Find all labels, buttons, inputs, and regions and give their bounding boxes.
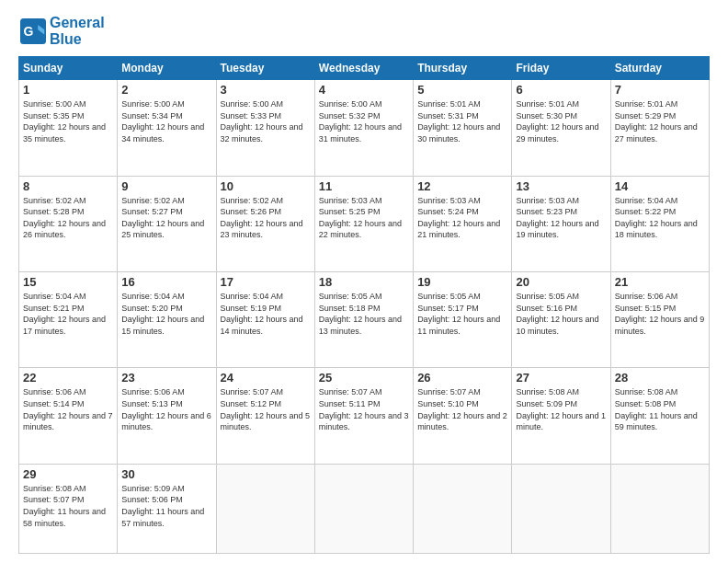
calendar-day-cell: 28Sunrise: 5:08 AMSunset: 5:08 PMDayligh… [610,368,709,464]
calendar-day-cell: 10Sunrise: 5:02 AMSunset: 5:26 PMDayligh… [216,176,314,271]
day-info: Sunrise: 5:04 AMSunset: 5:20 PMDaylight:… [121,291,211,337]
calendar-week-row: 22Sunrise: 5:06 AMSunset: 5:14 PMDayligh… [19,368,710,464]
day-info: Sunrise: 5:09 AMSunset: 5:06 PMDaylight:… [121,483,211,529]
day-number: 2 [121,83,211,97]
day-number: 16 [121,275,211,289]
calendar-day-cell: 12Sunrise: 5:03 AMSunset: 5:24 PMDayligh… [414,176,512,271]
calendar-day-cell: 7Sunrise: 5:01 AMSunset: 5:29 PMDaylight… [610,80,709,176]
calendar-day-cell [414,464,512,553]
day-number: 12 [417,179,507,193]
day-number: 11 [319,179,409,193]
day-info: Sunrise: 5:06 AMSunset: 5:13 PMDaylight:… [121,386,211,432]
day-number: 1 [23,83,113,97]
day-number: 21 [615,275,705,289]
calendar-day-cell: 21Sunrise: 5:06 AMSunset: 5:15 PMDayligh… [610,272,709,368]
calendar-week-row: 29Sunrise: 5:08 AMSunset: 5:07 PMDayligh… [19,464,710,553]
calendar-day-cell: 22Sunrise: 5:06 AMSunset: 5:14 PMDayligh… [19,368,118,464]
calendar-day-cell: 24Sunrise: 5:07 AMSunset: 5:12 PMDayligh… [216,368,314,464]
day-number: 28 [615,371,705,385]
day-number: 24 [221,371,311,385]
day-number: 6 [516,83,606,97]
calendar-day-cell: 20Sunrise: 5:05 AMSunset: 5:16 PMDayligh… [512,272,610,368]
calendar-day-cell: 1Sunrise: 5:00 AMSunset: 5:35 PMDaylight… [19,80,118,176]
header-thursday: Thursday [414,57,512,80]
day-info: Sunrise: 5:02 AMSunset: 5:26 PMDaylight:… [221,195,311,241]
day-info: Sunrise: 5:08 AMSunset: 5:09 PMDaylight:… [516,386,606,432]
day-number: 18 [319,275,409,289]
calendar-day-cell: 4Sunrise: 5:00 AMSunset: 5:32 PMDaylight… [314,80,413,176]
header-sunday: Sunday [19,57,118,80]
calendar-day-cell: 18Sunrise: 5:05 AMSunset: 5:18 PMDayligh… [314,272,413,368]
calendar-week-row: 15Sunrise: 5:04 AMSunset: 5:21 PMDayligh… [19,272,710,368]
header-wednesday: Wednesday [314,57,413,80]
day-number: 29 [23,467,113,481]
header-saturday: Saturday [610,57,709,80]
header-monday: Monday [118,57,216,80]
day-info: Sunrise: 5:07 AMSunset: 5:10 PMDaylight:… [417,386,507,432]
calendar-day-cell: 8Sunrise: 5:02 AMSunset: 5:28 PMDaylight… [19,176,118,271]
calendar-day-cell: 3Sunrise: 5:00 AMSunset: 5:33 PMDaylight… [216,80,314,176]
logo-icon: G [20,18,46,44]
calendar-day-cell: 26Sunrise: 5:07 AMSunset: 5:10 PMDayligh… [414,368,512,464]
day-number: 25 [319,371,409,385]
day-number: 3 [221,83,311,97]
calendar-day-cell: 19Sunrise: 5:05 AMSunset: 5:17 PMDayligh… [414,272,512,368]
day-info: Sunrise: 5:00 AMSunset: 5:32 PMDaylight:… [319,98,409,144]
calendar-week-row: 8Sunrise: 5:02 AMSunset: 5:28 PMDaylight… [19,176,710,271]
day-number: 5 [417,83,507,97]
calendar-week-row: 1Sunrise: 5:00 AMSunset: 5:35 PMDaylight… [19,80,710,176]
day-number: 22 [23,371,113,385]
calendar-day-cell [216,464,314,553]
calendar-day-cell: 23Sunrise: 5:06 AMSunset: 5:13 PMDayligh… [118,368,216,464]
calendar-day-cell: 5Sunrise: 5:01 AMSunset: 5:31 PMDaylight… [414,80,512,176]
calendar-day-cell [314,464,413,553]
day-number: 4 [319,83,409,97]
day-info: Sunrise: 5:03 AMSunset: 5:23 PMDaylight:… [516,195,606,241]
header-tuesday: Tuesday [216,57,314,80]
day-info: Sunrise: 5:07 AMSunset: 5:12 PMDaylight:… [221,386,311,432]
day-info: Sunrise: 5:08 AMSunset: 5:08 PMDaylight:… [615,386,705,432]
day-info: Sunrise: 5:00 AMSunset: 5:35 PMDaylight:… [23,98,113,144]
calendar-day-cell: 27Sunrise: 5:08 AMSunset: 5:09 PMDayligh… [512,368,610,464]
day-info: Sunrise: 5:06 AMSunset: 5:14 PMDaylight:… [23,386,113,432]
day-info: Sunrise: 5:04 AMSunset: 5:21 PMDaylight:… [23,291,113,337]
day-info: Sunrise: 5:05 AMSunset: 5:17 PMDaylight:… [417,291,507,337]
day-number: 23 [121,371,211,385]
calendar-day-cell: 16Sunrise: 5:04 AMSunset: 5:20 PMDayligh… [118,272,216,368]
day-info: Sunrise: 5:02 AMSunset: 5:27 PMDaylight:… [121,195,211,241]
day-info: Sunrise: 5:02 AMSunset: 5:28 PMDaylight:… [23,195,113,241]
calendar-day-cell: 25Sunrise: 5:07 AMSunset: 5:11 PMDayligh… [314,368,413,464]
header-friday: Friday [512,57,610,80]
day-info: Sunrise: 5:03 AMSunset: 5:25 PMDaylight:… [319,195,409,241]
day-number: 27 [516,371,606,385]
calendar-table: Sunday Monday Tuesday Wednesday Thursday… [18,56,710,554]
day-number: 13 [516,179,606,193]
day-info: Sunrise: 5:00 AMSunset: 5:34 PMDaylight:… [121,98,211,144]
day-info: Sunrise: 5:04 AMSunset: 5:19 PMDaylight:… [221,291,311,337]
calendar-day-cell: 11Sunrise: 5:03 AMSunset: 5:25 PMDayligh… [314,176,413,271]
day-number: 10 [221,179,311,193]
weekday-header-row: Sunday Monday Tuesday Wednesday Thursday… [19,57,710,80]
calendar-day-cell: 30Sunrise: 5:09 AMSunset: 5:06 PMDayligh… [118,464,216,553]
day-info: Sunrise: 5:01 AMSunset: 5:29 PMDaylight:… [615,98,705,144]
day-number: 20 [516,275,606,289]
calendar-day-cell: 15Sunrise: 5:04 AMSunset: 5:21 PMDayligh… [19,272,118,368]
calendar-day-cell [512,464,610,553]
day-info: Sunrise: 5:01 AMSunset: 5:31 PMDaylight:… [417,98,507,144]
day-number: 30 [121,467,211,481]
day-info: Sunrise: 5:05 AMSunset: 5:18 PMDaylight:… [319,291,409,337]
day-number: 26 [417,371,507,385]
day-number: 15 [23,275,113,289]
day-number: 7 [615,83,705,97]
day-info: Sunrise: 5:08 AMSunset: 5:07 PMDaylight:… [23,483,113,529]
day-info: Sunrise: 5:06 AMSunset: 5:15 PMDaylight:… [615,291,705,337]
day-number: 9 [121,179,211,193]
day-info: Sunrise: 5:01 AMSunset: 5:30 PMDaylight:… [516,98,606,144]
day-number: 17 [221,275,311,289]
svg-text:G: G [24,24,34,39]
day-info: Sunrise: 5:05 AMSunset: 5:16 PMDaylight:… [516,291,606,337]
day-number: 14 [615,179,705,193]
calendar-day-cell: 6Sunrise: 5:01 AMSunset: 5:30 PMDaylight… [512,80,610,176]
calendar-day-cell: 14Sunrise: 5:04 AMSunset: 5:22 PMDayligh… [610,176,709,271]
day-number: 19 [417,275,507,289]
